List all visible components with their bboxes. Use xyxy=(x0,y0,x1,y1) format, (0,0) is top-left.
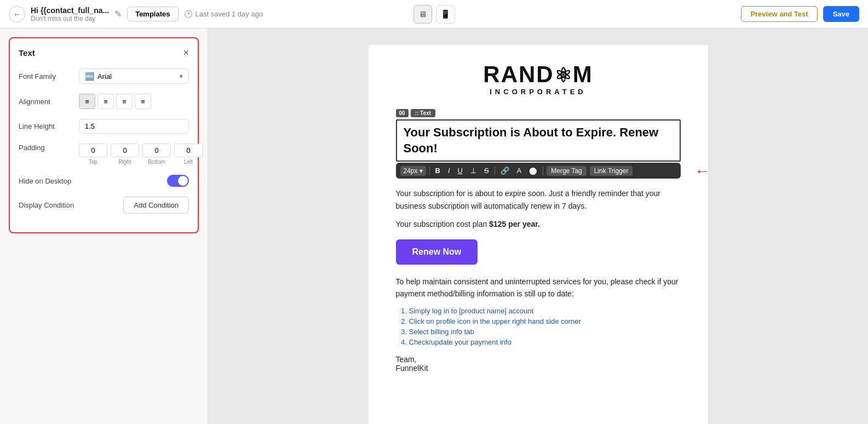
padding-top-input[interactable] xyxy=(79,144,107,157)
email-preview-area: RAND⚛M INCORPORATED 00 :: Text Your Subs… xyxy=(208,28,868,424)
email-title: Hi {{contact_full_na... xyxy=(31,6,109,15)
align-left-button[interactable]: ≡ xyxy=(79,94,95,109)
align-right-button[interactable]: ≡ xyxy=(116,94,133,109)
strikethrough-button[interactable]: S xyxy=(482,165,491,176)
bold-button[interactable]: B xyxy=(433,165,442,176)
headline-text[interactable]: Your Subscription is About to Expire. Re… xyxy=(396,119,681,162)
padding-left-wrap: Left xyxy=(174,144,203,165)
email-subtitle: Don't miss out the day xyxy=(31,15,109,22)
separator3 xyxy=(543,167,543,175)
hide-desktop-label: Hide on Desktop xyxy=(19,177,79,185)
list-item: Click on profile icon in the upper right… xyxy=(409,317,681,325)
padding-right-wrap: Right xyxy=(111,144,139,165)
list-item: Check/update your payment info xyxy=(409,338,681,346)
billing-steps-list: Simply log in to [product name] account … xyxy=(409,307,681,346)
toggle-knob xyxy=(178,176,188,186)
merge-tag-button[interactable]: Merge Tag xyxy=(547,166,586,176)
font-icon: 🔤 xyxy=(85,72,94,81)
text-properties-panel: Text × Font Family 🔤 Arial ▾ Alignment xyxy=(9,37,199,233)
help-text: To help maintain consistent and uninterr… xyxy=(396,276,681,300)
font-size-selector[interactable]: 24px ▾ xyxy=(400,166,426,176)
display-condition-label: Display Condition xyxy=(19,201,79,209)
mobile-view-button[interactable]: 📱 xyxy=(436,5,455,24)
edit-icon[interactable]: ✎ xyxy=(114,9,122,19)
back-button[interactable]: ← xyxy=(9,6,25,22)
logo-sub: INCORPORATED xyxy=(396,88,681,96)
formatting-toolbar: 24px ▾ B I U ⊥ S 🔗 A ⬤ Merge Tag Link Tr… xyxy=(396,163,681,179)
line-height-row: Line Height xyxy=(19,119,189,134)
padding-left-label: Left xyxy=(184,159,193,165)
list-item: Simply log in to [product name] account xyxy=(409,307,681,315)
main-layout: Text × Font Family 🔤 Arial ▾ Alignment xyxy=(0,28,868,424)
text-badge: :: Text xyxy=(411,109,435,117)
padding-top-wrap: Top xyxy=(79,144,107,165)
separator xyxy=(429,167,430,175)
padding-right-label: Right xyxy=(118,159,131,165)
team-label: Team, xyxy=(396,355,681,364)
alignment-label: Alignment xyxy=(19,98,79,106)
back-icon: ← xyxy=(13,10,21,19)
padding-right-input[interactable] xyxy=(111,144,139,157)
font-family-label: Font Family xyxy=(19,72,79,81)
price-bold: $125 per year. xyxy=(489,220,540,228)
hide-desktop-row: Hide on Desktop xyxy=(19,175,189,187)
panel-header: Text × xyxy=(19,47,189,59)
email-container: RAND⚛M INCORPORATED 00 :: Text Your Subs… xyxy=(369,45,708,424)
save-button[interactable]: Save xyxy=(823,6,859,22)
text-block-header: 00 :: Text xyxy=(396,109,681,117)
logo-text: RAND⚛M xyxy=(396,61,681,88)
left-panel: Text × Font Family 🔤 Arial ▾ Alignment xyxy=(0,28,208,424)
underline-button[interactable]: U xyxy=(456,165,465,176)
text-color-button[interactable]: A xyxy=(515,165,524,176)
chevron-down-icon: ▾ xyxy=(180,73,183,80)
padding-bottom-input[interactable] xyxy=(142,144,171,157)
hide-desktop-toggle[interactable] xyxy=(167,175,189,187)
close-panel-button[interactable]: × xyxy=(183,47,189,59)
separator2 xyxy=(495,167,495,175)
subscript-button[interactable]: ⊥ xyxy=(468,165,479,176)
body-text-1: Your subscription for is about to expire… xyxy=(396,187,681,212)
line-height-label: Line Height xyxy=(19,122,79,130)
add-condition-button[interactable]: Add Condition xyxy=(123,197,189,214)
red-arrow-indicator: ← xyxy=(694,162,711,180)
font-family-row: Font Family 🔤 Arial ▾ xyxy=(19,68,189,84)
list-item: Select billing info tab xyxy=(409,328,681,336)
padding-bottom-label: Bottom xyxy=(148,159,165,165)
align-justify-button[interactable]: ≡ xyxy=(135,94,151,109)
link-trigger-button[interactable]: Link Trigger xyxy=(590,166,633,176)
price-text: Your subscription cost plan $125 per yea… xyxy=(396,220,681,228)
renew-now-button[interactable]: Renew Now xyxy=(396,239,478,265)
padding-bottom-wrap: Bottom xyxy=(142,144,171,165)
padding-group: Top Right Bottom Left xyxy=(79,144,217,165)
preview-test-button[interactable]: Preview and Test xyxy=(741,6,817,22)
chevron-down-icon: ▾ xyxy=(419,167,423,175)
block-badge: 00 xyxy=(396,109,409,117)
alignment-group: ≡ ≡ ≡ ≡ xyxy=(79,94,151,109)
link-button[interactable]: 🔗 xyxy=(498,165,511,176)
topbar: ← Hi {{contact_full_na... Don't miss out… xyxy=(0,0,868,28)
font-family-select[interactable]: 🔤 Arial ▾ xyxy=(79,68,189,84)
title-block: Hi {{contact_full_na... Don't miss out t… xyxy=(31,6,109,22)
desktop-view-button[interactable]: 🖥 xyxy=(413,5,432,24)
clock-icon: 🕐 xyxy=(184,10,193,18)
font-family-value: Arial xyxy=(97,72,176,81)
team-name: FunnelKit xyxy=(396,364,681,373)
logo-area: RAND⚛M INCORPORATED xyxy=(396,61,681,96)
padding-top-label: Top xyxy=(89,159,97,165)
padding-label: Padding xyxy=(19,144,79,152)
alignment-row: Alignment ≡ ≡ ≡ ≡ xyxy=(19,94,189,109)
padding-row: Padding Top Right Bottom xyxy=(19,144,189,165)
atom-icon: ⚛ xyxy=(554,64,573,87)
panel-title: Text xyxy=(19,48,35,58)
templates-button[interactable]: Templates xyxy=(127,7,178,21)
align-center-button[interactable]: ≡ xyxy=(97,94,114,109)
italic-button[interactable]: I xyxy=(446,165,452,176)
padding-left-input[interactable] xyxy=(174,144,203,157)
display-condition-row: Display Condition Add Condition xyxy=(19,197,189,214)
save-status: 🕐 Last saved 1 day ago xyxy=(184,10,263,18)
line-height-input[interactable] xyxy=(79,119,189,134)
highlight-button[interactable]: ⬤ xyxy=(527,165,539,176)
